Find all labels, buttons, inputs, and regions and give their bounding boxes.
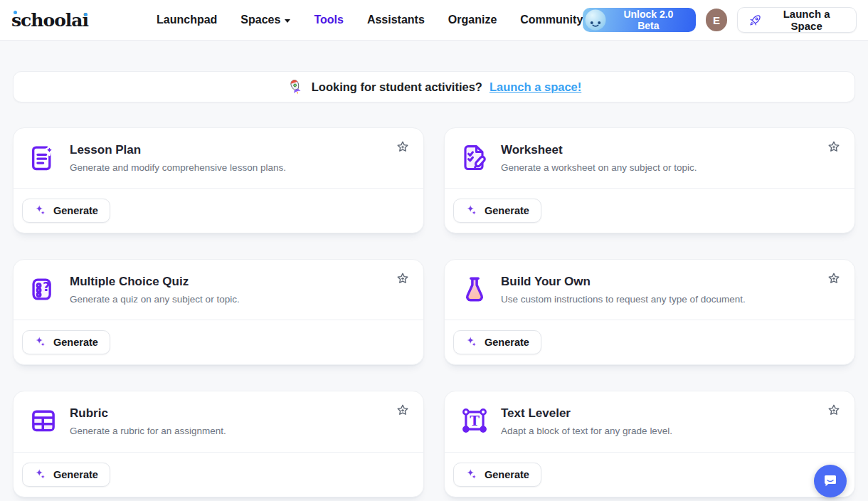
card-footer: Generate (14, 452, 423, 497)
top-navigation-bar: schoolai Launchpad Spaces Tools Assistan… (0, 0, 868, 41)
rocket-emoji-icon (287, 78, 305, 96)
card-text: Multiple Choice Quiz Generate a quiz on … (70, 273, 240, 306)
favorite-star-button[interactable] (395, 403, 411, 418)
generate-button[interactable]: Generate (22, 199, 110, 223)
card-footer: Generate (445, 188, 854, 233)
favorite-star-button[interactable] (826, 271, 842, 287)
tool-card-lesson-plan[interactable]: Lesson Plan Generate and modify comprehe… (13, 127, 424, 233)
nav-label: Organize (448, 14, 497, 26)
nav-label: Tools (314, 14, 343, 26)
generate-button[interactable]: Generate (453, 463, 541, 487)
generate-label: Generate (53, 205, 98, 216)
svg-text:T: T (470, 413, 480, 428)
card-title: Rubric (70, 406, 226, 421)
text-leveler-icon: T (459, 405, 490, 436)
launch-a-space-label: Launch a Space (768, 8, 845, 32)
favorite-star-button[interactable] (395, 139, 411, 155)
nav-item-tools[interactable]: Tools (314, 14, 343, 26)
nav-label: Community (520, 14, 583, 26)
multiple-choice-quiz-icon: ? (28, 273, 59, 305)
generate-button[interactable]: Generate (22, 330, 110, 354)
favorite-star-button[interactable] (826, 403, 842, 418)
main-nav: Launchpad Spaces Tools Assistants Organi… (157, 14, 583, 26)
card-footer: Generate (14, 188, 423, 233)
generate-label: Generate (53, 469, 98, 480)
card-title: Worksheet (501, 143, 697, 157)
card-body: ? Multiple Choice Quiz Generate a quiz o… (14, 260, 423, 320)
card-text: Lesson Plan Generate and modify comprehe… (70, 142, 286, 174)
card-title: Build Your Own (501, 275, 746, 289)
schoolai-logo[interactable]: schoolai (11, 11, 88, 29)
card-description: Generate a rubric for an assignment. (70, 425, 226, 438)
launch-a-space-link[interactable]: Launch a space! (489, 80, 581, 94)
card-text: Rubric Generate a rubric for an assignme… (70, 405, 226, 438)
card-description: Adapt a block of text for any grade leve… (501, 425, 672, 438)
card-footer: Generate (14, 320, 423, 364)
favorite-star-button[interactable] (826, 139, 842, 155)
card-description: Generate a worksheet on any subject or t… (501, 162, 697, 174)
chevron-down-icon (285, 19, 290, 23)
launch-a-space-button[interactable]: Launch a Space (737, 7, 857, 33)
sparkle-icon (34, 468, 47, 481)
tool-card-rubric[interactable]: Rubric Generate a rubric for an assignme… (13, 391, 424, 497)
generate-button[interactable]: Generate (22, 463, 110, 487)
sparkle-icon (34, 336, 47, 349)
sparkle-icon (465, 468, 478, 481)
tool-card-multiple-choice-quiz[interactable]: ? Multiple Choice Quiz Generate a quiz o… (13, 259, 424, 365)
chat-support-button[interactable] (814, 465, 847, 497)
sparkle-icon (465, 336, 478, 349)
banner-text: Looking for student activities? (312, 80, 482, 94)
nav-item-launchpad[interactable]: Launchpad (157, 14, 217, 26)
flask-icon (459, 273, 490, 305)
tool-card-build-your-own[interactable]: Build Your Own Use custom instructions t… (444, 259, 855, 365)
card-body: Lesson Plan Generate and modify comprehe… (14, 128, 423, 188)
card-body: Worksheet Generate a worksheet on any su… (445, 128, 854, 188)
sparkle-icon (34, 204, 47, 217)
nav-label: Spaces (240, 14, 280, 26)
svg-text:?: ? (43, 279, 51, 294)
card-body: T Text Leveler Adapt a block of text for… (445, 391, 854, 451)
card-description: Use custom instructions to request any t… (501, 293, 746, 306)
generate-label: Generate (485, 469, 529, 480)
chat-bubble-icon (822, 473, 839, 490)
generate-label: Generate (53, 337, 98, 348)
logo-accent-dot (14, 11, 17, 14)
card-title: Multiple Choice Quiz (70, 275, 240, 289)
favorite-star-button[interactable] (395, 271, 411, 287)
tool-card-worksheet[interactable]: Worksheet Generate a worksheet on any su… (444, 127, 855, 233)
nav-label: Assistants (367, 14, 425, 26)
tool-card-text-leveler[interactable]: T Text Leveler Adapt a block of text for… (444, 391, 855, 497)
nav-item-assistants[interactable]: Assistants (367, 14, 425, 26)
logo-i-dot (84, 13, 88, 16)
card-text: Build Your Own Use custom instructions t… (501, 273, 746, 306)
user-avatar[interactable]: E (706, 9, 728, 31)
nav-item-community[interactable]: Community (520, 14, 583, 26)
card-title: Text Leveler (501, 406, 672, 421)
student-activities-banner: Looking for student activities? Launch a… (13, 71, 855, 102)
generate-label: Generate (485, 337, 529, 348)
rocket-outline-icon (748, 14, 762, 27)
card-footer: Generate (445, 320, 854, 364)
generate-button[interactable]: Generate (453, 330, 541, 354)
generate-label: Generate (485, 205, 529, 216)
card-body: Rubric Generate a rubric for an assignme… (14, 391, 423, 451)
topbar-right-controls: Unlock 2.0 Beta E Launch a Space (583, 7, 857, 33)
generate-button[interactable]: Generate (453, 199, 541, 223)
lesson-plan-icon (28, 142, 59, 173)
card-body: Build Your Own Use custom instructions t… (445, 260, 854, 320)
nav-label: Launchpad (157, 14, 217, 26)
unlock-beta-label: Unlock 2.0 Beta (613, 9, 684, 31)
card-text: Worksheet Generate a worksheet on any su… (501, 142, 697, 174)
worksheet-icon (459, 142, 490, 173)
card-title: Lesson Plan (70, 143, 286, 157)
mascot-face-icon (585, 9, 606, 33)
card-text: Text Leveler Adapt a block of text for a… (501, 405, 672, 438)
sparkle-icon (465, 204, 478, 217)
nav-item-spaces[interactable]: Spaces (240, 14, 290, 26)
nav-item-organize[interactable]: Organize (448, 14, 497, 26)
card-description: Generate and modify comprehensive lesson… (70, 162, 286, 174)
rubric-grid-icon (28, 405, 59, 436)
tools-grid: Lesson Plan Generate and modify comprehe… (13, 127, 855, 497)
unlock-beta-button[interactable]: Unlock 2.0 Beta (583, 8, 695, 32)
logo-text: schoolai (11, 10, 88, 31)
